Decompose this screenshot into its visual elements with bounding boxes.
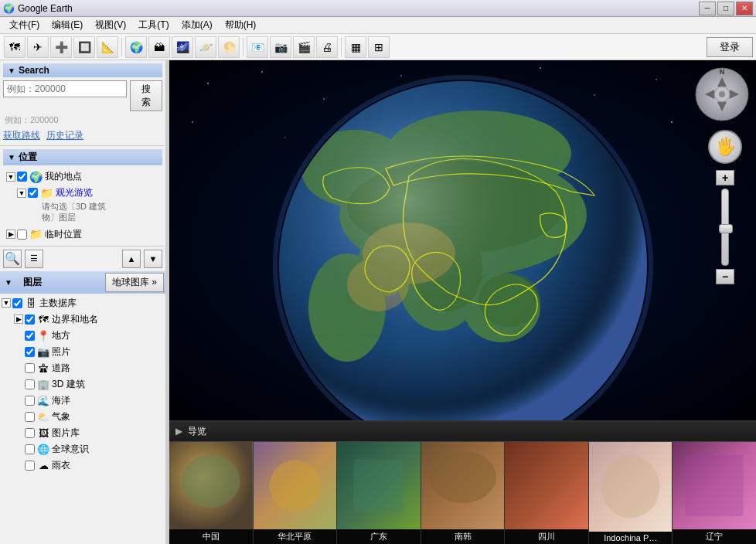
menu-file[interactable]: 文件(F) xyxy=(3,17,46,33)
temp-places-label: 临时位置 xyxy=(45,228,82,241)
weather-checkbox[interactable] xyxy=(25,412,35,422)
ocean-label: 海洋 xyxy=(52,394,70,407)
main-db-checkbox[interactable] xyxy=(12,298,22,308)
thumb-sichuan-label: 四川 xyxy=(505,529,588,544)
menu-help[interactable]: 帮助(H) xyxy=(219,17,263,33)
maximize-button[interactable]: □ xyxy=(717,2,734,15)
close-button[interactable]: ✕ xyxy=(736,2,753,15)
layer-other: ☁ 雨衣 xyxy=(2,457,164,474)
nav-up-button[interactable]: ▲ xyxy=(122,250,141,268)
pan-button[interactable]: 🖐 xyxy=(708,130,742,164)
tb-earth-button[interactable]: 🌍 xyxy=(125,36,147,58)
svg-point-0 xyxy=(207,83,209,84)
svg-point-41 xyxy=(182,455,240,508)
zoom-slider-thumb[interactable] xyxy=(719,224,733,233)
main-db-label: 主数据库 xyxy=(39,297,77,310)
tb-extra2-button[interactable]: ⊞ xyxy=(368,36,390,58)
thumb-china[interactable]: 中国 xyxy=(169,442,254,544)
tb-movie-button[interactable]: 🎬 xyxy=(293,36,315,58)
list-view-button[interactable]: ☰ xyxy=(25,250,43,268)
tb-add-button[interactable]: ➕ xyxy=(50,36,72,58)
tourism-expander[interactable]: ▼ xyxy=(17,189,26,198)
tb-polygon-button[interactable]: 🔲 xyxy=(73,36,95,58)
get-route-link[interactable]: 获取路线 xyxy=(3,129,40,142)
thumb-liaoning[interactable]: 辽宁 xyxy=(673,442,756,544)
photos-checkbox[interactable] xyxy=(25,347,35,357)
search-input[interactable] xyxy=(3,80,127,97)
zoom-slider-track xyxy=(721,189,729,266)
tb-photo-button[interactable]: 📷 xyxy=(270,36,291,58)
svg-text:N: N xyxy=(720,68,725,76)
earth-gallery-button[interactable]: 地球图库 » xyxy=(105,273,164,292)
layers-title-button[interactable]: 图层 xyxy=(19,274,104,291)
svg-point-10 xyxy=(284,137,286,138)
tb-print-button[interactable]: 🖨 xyxy=(316,36,338,58)
buildings-checkbox[interactable] xyxy=(25,379,35,389)
nav-down-button[interactable]: ▼ xyxy=(144,250,162,268)
my-places-label: 我的地点 xyxy=(45,170,82,183)
thumb-guangdong[interactable]: 广东 xyxy=(337,442,421,544)
svg-point-3 xyxy=(400,75,402,76)
gallery-label: 图片库 xyxy=(52,427,80,440)
thumb-huabei[interactable]: 华北平原 xyxy=(254,442,338,544)
search-section: ▼ Search 搜索 例如：200000 获取路线 历史记录 xyxy=(0,60,165,146)
menu-add[interactable]: 添加(A) xyxy=(175,17,219,33)
search-header[interactable]: ▼ Search xyxy=(3,63,162,77)
tb-terrain-button[interactable]: 🏔 xyxy=(148,36,170,58)
thumb-korea[interactable]: 南韩 xyxy=(421,442,506,544)
history-link[interactable]: 历史记录 xyxy=(46,129,83,142)
search-button[interactable]: 搜索 xyxy=(130,80,162,111)
tb-separator1 xyxy=(121,38,122,56)
my-places-folder-icon: 🌍 xyxy=(29,171,43,183)
menu-edit[interactable]: 编辑(E) xyxy=(46,17,89,33)
toolbar: 🗺 ✈ ➕ 🔲 📐 🌍 🏔 🌌 🪐 🌕 📧 📷 🎬 🖨 ▦ ⊞ 登录 xyxy=(0,34,756,60)
global-checkbox[interactable] xyxy=(25,444,35,454)
roads-checkbox[interactable] xyxy=(25,363,35,373)
ocean-checkbox[interactable] xyxy=(25,396,35,406)
my-places-expander[interactable]: ▼ xyxy=(6,172,15,182)
menu-view[interactable]: 视图(V) xyxy=(89,17,132,33)
layer-photos: 📷 照片 xyxy=(2,344,164,360)
tourism-checkbox[interactable] xyxy=(28,188,38,198)
tb-ruler-button[interactable]: 📐 xyxy=(97,36,118,58)
my-places-checkbox[interactable] xyxy=(17,172,27,182)
zoom-minus-button[interactable]: − xyxy=(716,269,734,284)
tb-moon-button[interactable]: 🌕 xyxy=(218,36,240,58)
borders-label: 边界和地名 xyxy=(52,313,98,326)
temp-places-expander[interactable]: ▶ xyxy=(6,230,15,239)
zoom-plus-button[interactable]: + xyxy=(716,170,734,185)
layer-global: 🌐 全球意识 xyxy=(2,441,164,457)
tb-fly-button[interactable]: ✈ xyxy=(27,36,49,58)
borders-checkbox[interactable] xyxy=(25,314,35,325)
thumb-indochina-label: Indochina P… xyxy=(589,532,673,544)
positions-header[interactable]: ▼ 位置 xyxy=(3,149,162,165)
menu-tools[interactable]: 工具(T) xyxy=(132,17,175,33)
thumb-indochina[interactable]: Indochina P… xyxy=(589,442,673,544)
borders-expander[interactable]: ▶ xyxy=(14,314,23,324)
other-checkbox[interactable] xyxy=(25,461,35,471)
other-icon: ☁ xyxy=(37,459,49,471)
login-button[interactable]: 登录 xyxy=(707,37,753,57)
thumb-sichuan[interactable]: 四川 xyxy=(505,442,589,544)
tb-extra1-button[interactable]: ▦ xyxy=(345,36,366,58)
zoom-in-left-button[interactable]: 🔍 xyxy=(3,250,22,268)
places-checkbox[interactable] xyxy=(25,331,35,341)
tb-view-button[interactable]: 🗺 xyxy=(4,36,26,58)
nav-panel-title: 导览 xyxy=(188,426,206,437)
earth-svg xyxy=(169,60,756,420)
nav-row: 🔍 ☰ ▲ ▼ xyxy=(0,246,165,271)
temp-places-checkbox[interactable] xyxy=(17,230,27,240)
search-title: Search xyxy=(19,65,49,76)
right-panel: N 🖐 xyxy=(169,60,756,544)
tb-email-button[interactable]: 📧 xyxy=(247,36,268,58)
minimize-button[interactable]: ─ xyxy=(699,2,716,15)
gallery-checkbox[interactable] xyxy=(25,428,35,438)
earth-area[interactable]: N 🖐 xyxy=(169,60,756,420)
compass-container: N xyxy=(694,66,750,124)
tb-sky-button[interactable]: 🌌 xyxy=(172,36,193,58)
tb-mars-button[interactable]: 🪐 xyxy=(195,36,216,58)
main-db-expander[interactable]: ▼ xyxy=(2,298,11,308)
layer-places: 📍 地方 xyxy=(2,328,164,344)
search-row: 搜索 xyxy=(3,80,162,111)
main-area: ▼ Search 搜索 例如：200000 获取路线 历史记录 ▼ 位置 ▼ xyxy=(0,60,756,544)
